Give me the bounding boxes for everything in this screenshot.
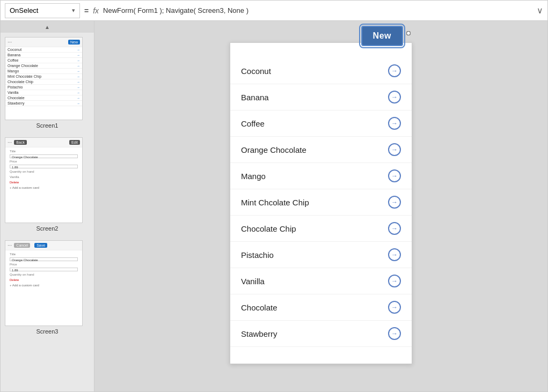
formula-input[interactable] [103, 6, 532, 14]
canvas-area: New Coconut → Banana → Coffee → Orange C… [94, 21, 547, 392]
screen3-qty-label: Quantity on hand [8, 272, 80, 277]
arrow-icon: → [388, 169, 401, 182]
sidebar-item-screen3[interactable]: ··· Cancel Save Title Orange Chocalate P… [1, 236, 94, 339]
screen3-form: Title Orange Chocalate Price 1.89 Quanti… [5, 250, 82, 289]
screen2-price-label: Price [8, 159, 80, 164]
thumb-item-stawberry: Stawberry→ [5, 101, 82, 106]
screen3-add-card-label: + Add a custom card [8, 283, 80, 288]
thumb-item-chocolate: Chocolate→ [5, 95, 82, 101]
screen2-label: Screen2 [5, 223, 90, 234]
screen2-title-label: Title [8, 149, 80, 154]
screen2-qty-label: Quantity on hand [8, 169, 80, 174]
arrow-icon: → [388, 301, 401, 314]
arrow-icon: → [388, 327, 401, 340]
screen3-thumbnail[interactable]: ··· Cancel Save Title Orange Chocalate P… [5, 240, 83, 326]
onselect-dropdown[interactable]: OnSelect ▾ [5, 3, 80, 18]
screen2-vanilla-label: Vanilla [8, 174, 80, 180]
thumb-item-orange-choc: Orange Chocolate→ [5, 63, 82, 69]
sidebar-item-screen2[interactable]: ··· Back Edit Title Orange Chocolate Pri… [1, 133, 94, 236]
thumb-item-vanilla: Vanilla→ [5, 90, 82, 95]
list-item[interactable]: Stawberry → [230, 321, 412, 347]
dropdown-label: OnSelect [10, 6, 38, 14]
phone-frame: New Coconut → Banana → Coffee → Orange C… [230, 42, 412, 364]
list-item[interactable]: Orange Chocolate → [230, 137, 412, 163]
screen2-dots-icon: ··· [8, 139, 12, 145]
screen3-dots-icon: ··· [8, 242, 12, 248]
screen3-cancel-badge: Cancel [14, 243, 30, 248]
sidebar: ▲ ··· New Coconut→ Banana→ Coffee→ [1, 21, 94, 392]
thumb-item-mint: Mint Chocolate Chip→ [5, 74, 82, 79]
thumb-item-coffee: Coffee→ [5, 58, 82, 63]
list-item[interactable]: Vanilla → [230, 268, 412, 294]
arrow-icon: → [388, 248, 401, 261]
screen1-thumbnail[interactable]: ··· New Coconut→ Banana→ Coffee→ Orange … [5, 37, 83, 120]
screen2-back-badge: Back [14, 140, 27, 145]
list-item[interactable]: Coffee → [230, 110, 412, 137]
thumb-item-banana: Banana→ [5, 53, 82, 58]
thumb-item-pistachio: Pistachio→ [5, 85, 82, 90]
list-item-chocolate-chip[interactable]: Chocolate Chip → [230, 216, 412, 242]
scroll-up-button[interactable]: ▲ [1, 21, 94, 33]
arrow-icon: → [388, 222, 401, 235]
screen3-title-value: Orange Chocalate [10, 257, 78, 261]
thumb-arrow-icon: → [77, 102, 80, 105]
arrow-icon: → [388, 91, 401, 103]
list-item[interactable]: Mango → [230, 163, 412, 189]
thumb-arrow-icon: → [77, 91, 80, 94]
screen3-save-badge: Save [34, 243, 47, 248]
thumb-arrow-icon: → [77, 64, 80, 68]
screen3-price-label: Price [8, 262, 80, 267]
formula-bar: OnSelect ▾ = fx ∨ [1, 1, 547, 21]
thumb-arrow-icon: → [77, 97, 80, 100]
screen2-thumb-header: ··· Back Edit [5, 138, 82, 147]
handle-br [406, 31, 411, 35]
list-item[interactable]: Mint Chcolate Chip → [230, 189, 412, 216]
equals-symbol: = [84, 6, 89, 15]
list-item[interactable]: Coconut → [230, 58, 412, 84]
screen2-add-card-label: + Add a custom card [8, 185, 80, 190]
arrow-icon: → [388, 64, 401, 77]
thumb-item-choc-chip: Chocolate Chip→ [5, 79, 82, 85]
arrow-icon: → [388, 196, 401, 209]
screen2-form: Title Orange Chocolate Price 1.89 Quanti… [5, 147, 82, 191]
screen1-list: Coconut→ Banana→ Coffee→ Orange Chocolat… [5, 47, 82, 106]
screen2-title-value: Orange Chocolate [10, 154, 78, 158]
screen3-delete-label: Delete [8, 277, 80, 283]
screen3-label: Screen3 [5, 326, 90, 337]
screen3-thumb-header: ··· Cancel Save [5, 241, 82, 250]
screen1-new-badge: New [68, 40, 80, 45]
phone-list: Coconut → Banana → Coffee → Orange Choco… [230, 43, 412, 347]
sidebar-item-screen1[interactable]: ··· New Coconut→ Banana→ Coffee→ Orange … [1, 33, 94, 133]
screen3-price-value: 1.89 [10, 268, 78, 271]
thumb-arrow-icon: → [77, 48, 80, 51]
thumb-item-coconut: Coconut→ [5, 47, 82, 53]
screen2-thumbnail[interactable]: ··· Back Edit Title Orange Chocolate Pri… [5, 137, 83, 223]
screen2-edit-badge: Edit [69, 140, 80, 145]
screen2-price-value: 1.89 [10, 165, 78, 168]
formula-expand-icon[interactable]: ∨ [537, 5, 543, 16]
thumb-arrow-icon: → [77, 59, 80, 62]
main-layout: ▲ ··· New Coconut→ Banana→ Coffee→ [1, 21, 547, 392]
screen2-delete-label: Delete [8, 180, 80, 185]
screen1-thumb-header: ··· New [5, 38, 82, 47]
thumb-item-mango: Mango→ [5, 69, 82, 74]
thumb-arrow-icon: → [77, 54, 80, 57]
screen1-label: Screen1 [5, 120, 90, 131]
screen3-title-label: Title [8, 252, 80, 257]
thumb-arrow-icon: → [77, 75, 80, 78]
list-item[interactable]: Chocolate → [230, 294, 412, 321]
arrow-icon: → [388, 143, 401, 156]
thumb-arrow-icon: → [77, 80, 80, 84]
thumb-arrow-icon: → [77, 70, 80, 73]
fx-symbol: fx [93, 6, 99, 15]
thumb-arrow-icon: → [77, 86, 80, 89]
list-item[interactable]: Banana → [230, 84, 412, 110]
dropdown-arrow-icon: ▾ [72, 7, 75, 14]
arrow-icon: → [388, 117, 401, 130]
screen1-dots-icon: ··· [8, 39, 12, 45]
list-item[interactable]: Pistachio → [230, 242, 412, 268]
arrow-icon: → [388, 275, 401, 287]
phone-new-button[interactable]: New [361, 26, 403, 46]
